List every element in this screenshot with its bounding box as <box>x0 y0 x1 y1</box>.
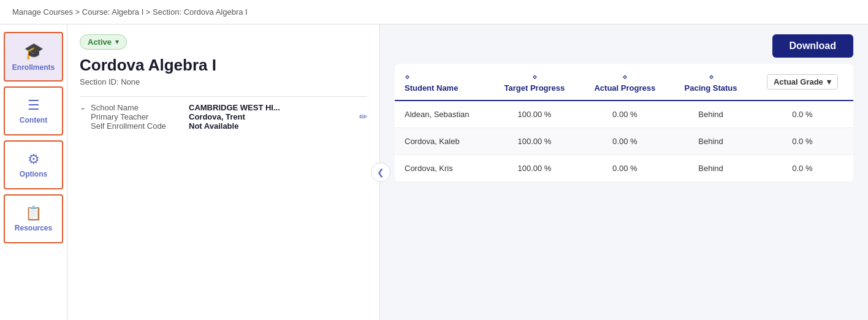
right-panel: Download ⬦ Student Name ⬦ <box>380 25 868 320</box>
sort-icon-student: ⬦ <box>405 71 409 81</box>
sort-icon-target: ⬦ <box>532 71 537 81</box>
cell-target-progress: 100.00 % <box>489 128 579 155</box>
cell-student-name: Cordova, Kaleb <box>395 128 489 155</box>
grade-dropdown-label: Actual Grade <box>774 77 823 86</box>
cell-pacing-status: Behind <box>670 155 752 182</box>
table-row: Cordova, Kaleb 100.00 % 0.00 % Behind 0.… <box>395 128 853 155</box>
self-enrollment-value: Not Available <box>189 121 359 131</box>
cell-actual-progress: 0.00 % <box>579 101 670 128</box>
cell-actual-progress: 0.00 % <box>579 155 670 182</box>
table-row: Cordova, Kris 100.00 % 0.00 % Behind 0.0… <box>395 155 853 182</box>
cell-actual-grade: 0.0 % <box>752 155 853 182</box>
section-title: Cordova Algebra I <box>80 56 367 75</box>
col-pacing-label: Pacing Status <box>685 83 737 93</box>
col-target-label: Target Progress <box>504 83 565 93</box>
status-badge[interactable]: Active ▾ <box>80 34 127 50</box>
students-table: ⬦ Student Name ⬦ Target Progress <box>395 64 853 182</box>
left-panel: Active ▾ Cordova Algebra I Section ID: N… <box>67 25 380 320</box>
sidebar-item-content-label: Content <box>20 116 47 124</box>
school-name-value: CAMBRIDGE WEST HI... <box>189 103 359 112</box>
self-enrollment-label: Self Enrollment Code <box>91 121 189 131</box>
section-id: Section ID: None <box>80 77 367 86</box>
cell-target-progress: 100.00 % <box>489 101 579 128</box>
dropdown-arrow-icon: ▾ <box>827 77 831 86</box>
school-name-label: School Name <box>91 103 189 112</box>
cell-actual-progress: 0.00 % <box>579 128 670 155</box>
table-header-row: ⬦ Student Name ⬦ Target Progress <box>395 64 853 101</box>
download-button[interactable]: Download <box>772 34 853 58</box>
chevron-left-icon: ❮ <box>377 167 384 177</box>
table-body: Aldean, Sebastian 100.00 % 0.00 % Behind… <box>395 101 853 182</box>
primary-teacher-value: Cordova, Trent <box>189 112 359 121</box>
resources-icon: 📋 <box>25 205 42 221</box>
info-labels: School Name Primary Teacher Self Enrollm… <box>91 103 189 131</box>
table-container: ⬦ Student Name ⬦ Target Progress <box>380 64 868 320</box>
breadcrumb-text[interactable]: Manage Courses > Course: Algebra I > Sec… <box>12 7 248 17</box>
sort-icon-pacing: ⬦ <box>709 71 714 81</box>
col-pacing-status[interactable]: ⬦ Pacing Status <box>670 64 752 101</box>
cell-pacing-status: Behind <box>670 128 752 155</box>
edit-button[interactable]: ✏ <box>359 111 367 123</box>
table-row: Aldean, Sebastian 100.00 % 0.00 % Behind… <box>395 101 853 128</box>
sidebar-item-options[interactable]: ⚙ Options <box>4 140 63 189</box>
chevron-down-icon: ▾ <box>115 38 119 46</box>
info-table: ⌄ School Name Primary Teacher Self Enrol… <box>80 96 367 131</box>
col-student-name-label: Student Name <box>405 83 458 93</box>
col-student-name[interactable]: ⬦ Student Name <box>395 64 489 101</box>
right-header: Download <box>380 25 868 64</box>
col-actual-label: Actual Progress <box>594 83 655 93</box>
cell-student-name: Cordova, Kris <box>395 155 489 182</box>
cell-target-progress: 100.00 % <box>489 155 579 182</box>
grade-dropdown[interactable]: Actual Grade ▾ <box>767 74 838 90</box>
panel-toggle-button[interactable]: ❮ <box>371 162 390 182</box>
col-actual-grade[interactable]: Actual Grade ▾ <box>752 64 853 101</box>
breadcrumb: Manage Courses > Course: Algebra I > Sec… <box>0 0 868 25</box>
options-icon: ⚙ <box>28 151 40 167</box>
col-target-progress[interactable]: ⬦ Target Progress <box>489 64 579 101</box>
sidebar-item-resources[interactable]: 📋 Resources <box>4 194 63 243</box>
info-row: ⌄ School Name Primary Teacher Self Enrol… <box>80 103 367 131</box>
content-icon: ☰ <box>28 97 40 113</box>
info-values: CAMBRIDGE WEST HI... Cordova, Trent Not … <box>189 103 359 131</box>
cell-student-name: Aldean, Sebastian <box>395 101 489 128</box>
sort-icon-actual: ⬦ <box>622 71 627 81</box>
sidebar-item-content[interactable]: ☰ Content <box>4 86 63 135</box>
cell-actual-grade: 0.0 % <box>752 128 853 155</box>
sidebar-item-enrollments-label: Enrollments <box>12 63 55 72</box>
sidebar-item-enrollments[interactable]: 🎓 Enrollments <box>4 32 63 82</box>
status-label: Active <box>88 37 112 47</box>
cell-actual-grade: 0.0 % <box>752 101 853 128</box>
sidebar: 🎓 Enrollments ☰ Content ⚙ Options 📋 Reso… <box>0 25 67 320</box>
sidebar-item-resources-label: Resources <box>15 224 52 232</box>
expand-icon[interactable]: ⌄ <box>80 103 86 112</box>
cell-pacing-status: Behind <box>670 101 752 128</box>
primary-teacher-label: Primary Teacher <box>91 112 189 121</box>
col-actual-progress[interactable]: ⬦ Actual Progress <box>579 64 670 101</box>
enrollments-icon: 🎓 <box>24 42 44 61</box>
sidebar-item-options-label: Options <box>20 170 47 178</box>
